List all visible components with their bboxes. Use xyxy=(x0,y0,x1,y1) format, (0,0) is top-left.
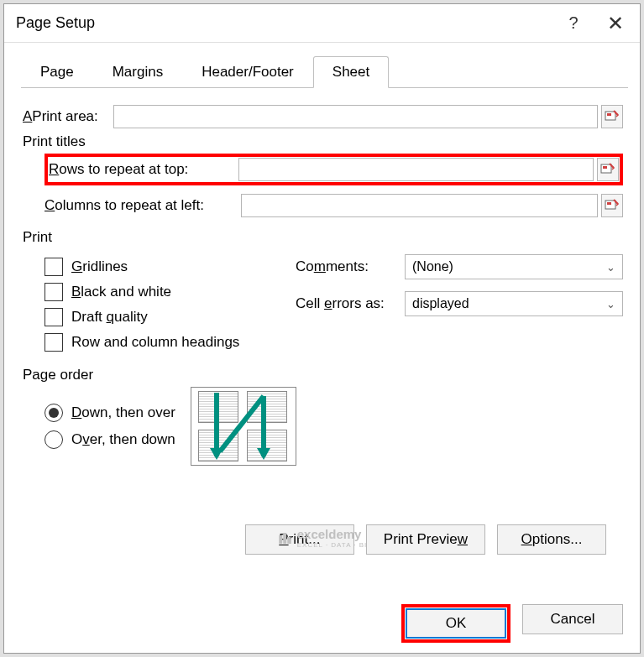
gridlines-checkbox[interactable] xyxy=(45,258,63,276)
ok-button[interactable]: OK xyxy=(406,608,506,639)
rows-repeat-ref-button[interactable] xyxy=(597,158,619,181)
cols-repeat-input[interactable] xyxy=(241,194,598,217)
collapse-icon xyxy=(605,198,620,213)
down-then-over-radio[interactable] xyxy=(45,404,63,422)
svg-rect-6 xyxy=(279,535,282,544)
rows-repeat-label: Rows to repeat at top: xyxy=(49,161,238,178)
print-preview-button[interactable]: Print PreviewPrint Preview xyxy=(366,524,485,555)
print-area-input[interactable] xyxy=(113,105,598,128)
svg-rect-3 xyxy=(603,166,607,169)
down-then-over-label: Down, then over xyxy=(71,404,175,421)
print-area-ref-button[interactable] xyxy=(601,105,623,128)
options-button[interactable]: Options...Options... xyxy=(497,524,606,555)
cols-repeat-ref-button[interactable] xyxy=(601,194,623,217)
errors-value: displayed xyxy=(412,296,469,311)
over-then-down-radio[interactable] xyxy=(45,430,63,449)
rowcol-headings-checkbox[interactable] xyxy=(45,333,63,352)
tab-margins[interactable]: Margins xyxy=(93,56,182,88)
print-area-label: APrint area:Print area: xyxy=(23,108,113,125)
svg-rect-1 xyxy=(607,113,611,116)
close-button[interactable]: ✕ xyxy=(594,8,636,39)
collapse-icon xyxy=(605,109,620,124)
cancel-button[interactable]: Cancel xyxy=(522,604,623,634)
watermark: exceldemy EXCEL · DATA · BI xyxy=(277,527,368,549)
tab-headerfooter[interactable]: Header/Footer xyxy=(182,56,313,88)
draft-checkbox[interactable] xyxy=(45,308,63,326)
comments-dropdown[interactable]: (None) ⌄ xyxy=(405,254,623,279)
tab-strip: Page Margins Header/Footer Sheet xyxy=(21,55,628,88)
page-order-group-label: Page order xyxy=(23,367,623,383)
ok-highlight: OK xyxy=(401,604,510,643)
errors-dropdown[interactable]: displayed ⌄ xyxy=(405,291,623,316)
gridlines-label: Gridlines xyxy=(71,258,128,275)
page-setup-dialog: Page Setup ? ✕ Page Margins Header/Foote… xyxy=(3,3,641,654)
watermark-text: exceldemy xyxy=(297,527,368,541)
watermark-icon xyxy=(277,530,292,545)
svg-rect-5 xyxy=(607,202,611,205)
print-titles-group-label: Print titles xyxy=(23,133,623,150)
comments-label: Comments: xyxy=(296,258,405,275)
cols-repeat-label: Columns to repeat at left: xyxy=(45,197,241,214)
titlebar: Page Setup ? ✕ xyxy=(4,4,640,43)
tab-sheet[interactable]: Sheet xyxy=(313,56,389,88)
collapse-icon xyxy=(600,162,615,177)
rowcol-headings-label: Row and column headings xyxy=(71,334,239,351)
print-group-label: Print xyxy=(23,229,623,246)
help-button[interactable]: ? xyxy=(552,8,594,39)
watermark-sub: EXCEL · DATA · BI xyxy=(297,541,368,549)
dialog-title: Page Setup xyxy=(16,14,552,32)
tab-page[interactable]: Page xyxy=(21,56,93,88)
chevron-down-icon: ⌄ xyxy=(606,298,615,310)
help-icon: ? xyxy=(568,13,578,33)
errors-label: Cell errors as: xyxy=(296,295,405,312)
page-order-image xyxy=(191,387,296,466)
comments-value: (None) xyxy=(412,259,453,274)
black-white-checkbox[interactable] xyxy=(45,283,63,301)
rows-repeat-input[interactable] xyxy=(238,158,594,181)
svg-rect-7 xyxy=(283,533,286,544)
draft-label: Draft quality xyxy=(71,309,148,326)
black-white-label: Black and white xyxy=(71,284,171,300)
rows-repeat-highlight: Rows to repeat at top: xyxy=(45,154,623,185)
svg-rect-8 xyxy=(287,537,291,544)
chevron-down-icon: ⌄ xyxy=(606,261,615,274)
over-then-down-label: Over, then down xyxy=(71,431,175,448)
close-icon: ✕ xyxy=(607,12,624,35)
sheet-panel: APrint area:Print area: Print titles Row… xyxy=(4,88,640,601)
